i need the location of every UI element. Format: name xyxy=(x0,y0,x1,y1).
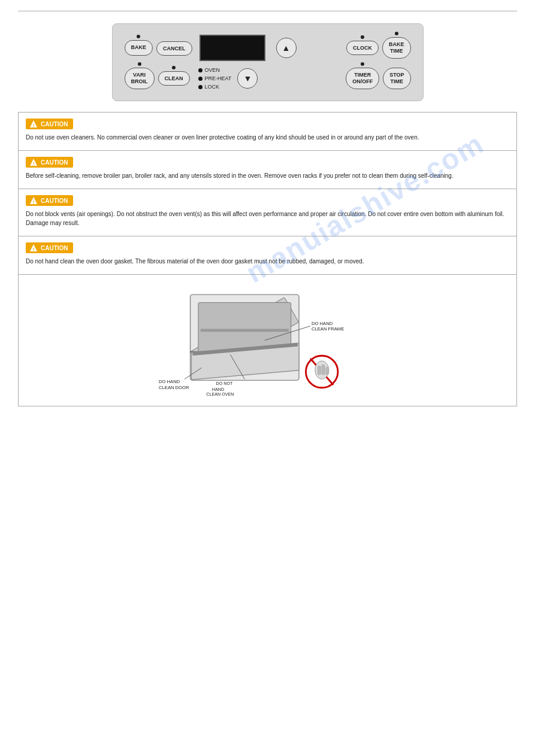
clock-button[interactable]: CLOCK xyxy=(346,41,379,56)
caution-box-3: ! CAUTION Do not block vents (air openin… xyxy=(18,189,517,236)
svg-text:!: ! xyxy=(33,123,35,128)
door-label: DO HAND xyxy=(159,379,180,384)
arrow-up-button[interactable]: ▲ xyxy=(276,38,297,58)
gasket-label-2: HAND xyxy=(212,387,224,392)
bake-dot xyxy=(137,35,140,38)
caution-box-4: ! CAUTION Do not hand clean the oven doo… xyxy=(18,236,517,275)
caution-section: ! CAUTION Do not use oven cleaners. No c… xyxy=(18,112,517,406)
clean-button[interactable]: CLEAN xyxy=(158,71,190,86)
lock-label: LOCK xyxy=(205,84,220,90)
caution-badge-1: ! CAUTION xyxy=(26,119,73,129)
gasket-label-3: CLEAN OVEN xyxy=(206,392,234,397)
frame-label-2: CLEAN FRAME xyxy=(312,326,344,332)
oven-diagram-svg: DO HAND CLEAN FRAME DO HAND CLEAN DOOR D… xyxy=(26,283,509,397)
preheat-dot xyxy=(198,77,202,81)
oven-dot xyxy=(198,68,202,72)
caution-box-2: ! CAUTION Before self-cleaning, remove b… xyxy=(18,150,517,189)
caution-label-3: CAUTION xyxy=(41,198,68,204)
top-rule xyxy=(18,11,517,11)
svg-rect-21 xyxy=(318,366,321,374)
svg-rect-11 xyxy=(201,329,289,332)
preheat-label: PRE-HEAT xyxy=(205,75,232,81)
lock-indicator: LOCK xyxy=(198,84,232,90)
caution-box-1: ! CAUTION Do not use oven cleaners. No c… xyxy=(18,112,517,150)
caution-label-2: CAUTION xyxy=(41,159,68,166)
display-screen xyxy=(200,35,265,61)
bake-time-button[interactable]: BAKETIME xyxy=(382,37,411,59)
diagram-box: DO HAND CLEAN FRAME DO HAND CLEAN DOOR D… xyxy=(18,275,517,406)
svg-text:!: ! xyxy=(33,247,35,252)
button-group-row1: BAKE CANCEL xyxy=(125,40,192,56)
svg-rect-22 xyxy=(322,365,325,375)
timer-dot xyxy=(361,62,364,66)
svg-rect-23 xyxy=(326,367,329,374)
caution-triangle-icon-2: ! xyxy=(29,158,38,166)
gasket-label: DO NOT xyxy=(216,381,233,386)
bake-button[interactable]: BAKE xyxy=(125,40,153,56)
indicator-group: OVEN PRE-HEAT LOCK xyxy=(198,67,232,90)
caution-text-3: Do not block vents (air openings). Do no… xyxy=(26,210,509,227)
oven-indicator: OVEN xyxy=(198,67,232,73)
oven-label: OVEN xyxy=(205,67,220,73)
panel-row-1: BAKE CANCEL ▲ CLOCK BAKETIME xyxy=(125,35,411,61)
bake-time-dot xyxy=(395,32,398,35)
vari-broil-dot xyxy=(138,62,141,66)
vari-broil-button[interactable]: VARIBROIL xyxy=(125,68,155,89)
svg-text:!: ! xyxy=(33,161,35,166)
caution-triangle-icon-3: ! xyxy=(29,196,38,205)
caution-badge-2: ! CAUTION xyxy=(26,157,73,168)
caution-badge-4: ! CAUTION xyxy=(26,242,73,253)
lock-dot xyxy=(198,85,202,89)
frame-label: DO HAND xyxy=(312,321,333,326)
clean-dot xyxy=(172,66,176,69)
caution-text-2: Before self-cleaning, remove broiler pan… xyxy=(26,171,509,180)
timer-on-off-button[interactable]: TIMERON/OFF xyxy=(346,68,379,89)
cancel-button[interactable]: CANCEL xyxy=(156,41,192,56)
panel-row-2: VARIBROIL CLEAN OVEN PRE-HEAT LOCK xyxy=(125,67,411,90)
control-panel: BAKE CANCEL ▲ CLOCK BAKETIME VARIBROIL xyxy=(112,23,424,101)
door-label-2: CLEAN DOOR xyxy=(159,385,189,390)
control-panel-container: BAKE CANCEL ▲ CLOCK BAKETIME VARIBROIL xyxy=(0,23,535,101)
stop-time-button[interactable]: STOPTIME xyxy=(383,68,410,89)
clock-dot xyxy=(361,35,364,39)
caution-label-4: CAUTION xyxy=(41,245,68,251)
caution-text-4: Do not hand clean the oven door gasket. … xyxy=(26,257,509,266)
preheat-indicator: PRE-HEAT xyxy=(198,75,232,81)
caution-label-1: CAUTION xyxy=(41,121,68,127)
arrow-down-button[interactable]: ▼ xyxy=(237,68,258,89)
caution-text-1: Do not use oven cleaners. No commercial … xyxy=(26,133,509,142)
caution-triangle-icon-1: ! xyxy=(29,120,38,128)
svg-text:!: ! xyxy=(33,199,35,205)
caution-triangle-icon-4: ! xyxy=(29,244,38,252)
caution-badge-3: ! CAUTION xyxy=(26,195,73,206)
